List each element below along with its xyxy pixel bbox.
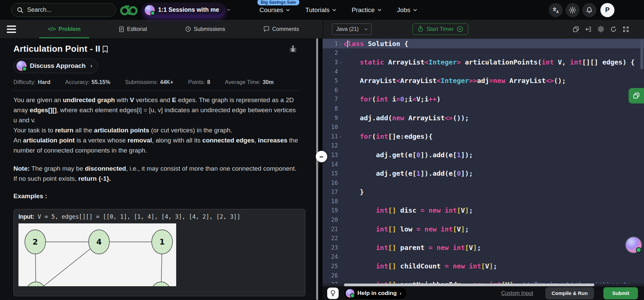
code-line[interactable]: 1▾class Solution {	[323, 39, 644, 48]
line-number: 14	[323, 161, 338, 168]
compile-run-button[interactable]: Compile & Run	[545, 287, 594, 299]
reset-code-button[interactable]	[585, 26, 592, 33]
tab-submissions[interactable]: Submissions	[185, 20, 225, 38]
code-line[interactable]: 20	[323, 215, 644, 224]
nav-item-practice[interactable]: Practice	[352, 6, 381, 14]
scrollbar-thumb[interactable]	[344, 284, 594, 286]
language-select[interactable]: Java (21)	[332, 24, 371, 35]
code-line[interactable]: 19 int[] disc = new int[V];	[323, 206, 644, 215]
fold-gutter	[338, 108, 344, 109]
fold-gutter	[338, 275, 344, 276]
line-number: 12	[323, 142, 338, 149]
help-in-coding-button[interactable]: Help in coding ›	[343, 287, 407, 300]
code-line[interactable]: 21 int[] low = new int[V];	[323, 224, 644, 234]
code-line[interactable]: 5 ArrayList<ArrayList<Integer>>adj=new A…	[323, 76, 644, 85]
line-number: 19	[323, 207, 338, 214]
line-number: 3	[323, 59, 338, 66]
code-line[interactable]: 26	[323, 271, 644, 280]
translate-button[interactable]: A	[549, 3, 563, 17]
fold-gutter	[338, 210, 344, 211]
sale-badge: Big Savings Sale	[257, 0, 299, 5]
bookmark-icon[interactable]	[102, 46, 108, 53]
code-line[interactable]: 14	[323, 160, 644, 169]
editor-vertical-scrollbar[interactable]	[640, 40, 643, 69]
search-input[interactable]	[27, 6, 110, 13]
graph-node-label: 1	[159, 238, 165, 246]
code-line[interactable]: 23 int[] parent = new int[V];	[323, 243, 644, 252]
code-line[interactable]: 24	[323, 252, 644, 262]
code-line[interactable]: 13 adj.get(e[0]).add(e[1]);	[323, 150, 644, 160]
code-line[interactable]: 7 for(int i=0;i<V;i++)	[323, 95, 644, 104]
fold-gutter	[338, 145, 344, 146]
start-timer-button[interactable]: Start Timer	[412, 24, 468, 35]
hint-button[interactable]	[327, 288, 339, 299]
code-line[interactable]: 9 adj.add(new ArrayList<>());	[323, 113, 644, 123]
code-editor[interactable]: 1▾class Solution {23▾ static ArrayList<I…	[323, 38, 644, 300]
profile-avatar[interactable]: P	[600, 3, 614, 17]
code-line[interactable]: 16	[323, 178, 644, 187]
code-line[interactable]: 22	[323, 233, 644, 243]
fullscreen-button[interactable]	[623, 26, 629, 33]
code-line[interactable]: 3▾ static ArrayList<Integer> articulatio…	[323, 57, 644, 67]
ai-assistant-avatar[interactable]	[626, 237, 641, 253]
copy-code-button[interactable]	[573, 26, 579, 33]
code-line[interactable]: 11▾ for(int[]e:edges){	[323, 132, 644, 141]
editor-horizontal-scrollbar[interactable]	[323, 284, 644, 286]
fold-gutter	[338, 238, 344, 239]
code-line[interactable]: 15 adj.get(e[1]).add(e[0]);	[323, 169, 644, 178]
notifications-button[interactable]	[582, 3, 596, 17]
fold-arrow-icon[interactable]: ▾	[338, 134, 344, 139]
code-line[interactable]: 18	[323, 197, 644, 206]
chevron-down-icon[interactable]	[227, 8, 231, 11]
fold-arrow-icon[interactable]: ▾	[338, 41, 344, 46]
sessions-button[interactable]: 1:1 Sessions with me	[142, 3, 226, 17]
submit-button[interactable]: Submit	[603, 287, 638, 299]
fold-arrow-icon[interactable]: ▾	[338, 60, 344, 65]
code-line[interactable]: 6	[323, 85, 644, 95]
report-bug-button[interactable]	[289, 45, 297, 53]
tab-comments[interactable]: Comments	[263, 20, 299, 38]
fold-gutter	[338, 219, 344, 220]
code-line[interactable]: 10	[323, 122, 644, 132]
custom-input-link[interactable]: Custom Input	[501, 290, 533, 296]
chevron-down-icon	[378, 7, 381, 11]
code-lines[interactable]: 1▾class Solution {23▾ static ArrayList<I…	[323, 38, 644, 289]
code-line[interactable]: 8	[323, 104, 644, 113]
discuss-approach-button[interactable]: Discuss Approach ›	[13, 58, 98, 73]
search-box[interactable]	[11, 3, 116, 17]
left-panel-scrollbar[interactable]	[316, 38, 318, 300]
tab-editorial[interactable]: Editorial	[119, 20, 147, 38]
fold-gutter	[338, 52, 344, 53]
fold-gutter	[338, 182, 344, 183]
refresh-code-button[interactable]	[610, 26, 617, 33]
description-paragraph: You are given an undirected graph with V…	[13, 95, 299, 125]
toolbar: </> Problem Editorial Submissions	[0, 20, 644, 38]
code-line[interactable]: 2	[323, 48, 644, 58]
nav-item-tutorials[interactable]: Tutorials	[305, 6, 336, 14]
gfg-logo[interactable]	[119, 3, 139, 17]
sidebar-toggle-button[interactable]	[7, 26, 16, 33]
panel-resize-handle[interactable]: ◂▸	[316, 151, 327, 162]
stat-accuracy: Accuracy:55.15%	[65, 79, 110, 85]
editor-footer: Help in coding › Custom Input Compile & …	[323, 286, 644, 300]
problem-panel: Articulation Point - II	[0, 38, 318, 300]
stat-difficulty: Difficulty:Hard	[13, 79, 50, 85]
theme-toggle-button[interactable]	[565, 3, 580, 17]
clock-icon	[185, 26, 191, 32]
feedback-widget-button[interactable]	[629, 88, 644, 103]
code-line[interactable]: 17 }	[323, 187, 644, 197]
code-line[interactable]: 12	[323, 141, 644, 151]
tab-problem[interactable]: </> Problem	[48, 20, 81, 38]
fold-gutter	[338, 256, 344, 257]
nav-item-jobs[interactable]: Jobs	[397, 6, 416, 14]
chat-squares-icon	[633, 92, 640, 99]
line-number: 23	[323, 244, 338, 251]
code-line[interactable]: 4	[323, 67, 644, 76]
line-number: 20	[323, 216, 338, 223]
editor-settings-button[interactable]	[597, 26, 604, 33]
graph-node-label: 2	[33, 238, 38, 246]
fold-gutter	[338, 191, 344, 192]
nav-item-courses[interactable]: Big Savings Sale Courses	[259, 6, 289, 14]
line-number: 21	[323, 226, 338, 232]
code-line[interactable]: 25 int[] childCount = new int[V];	[323, 261, 644, 271]
